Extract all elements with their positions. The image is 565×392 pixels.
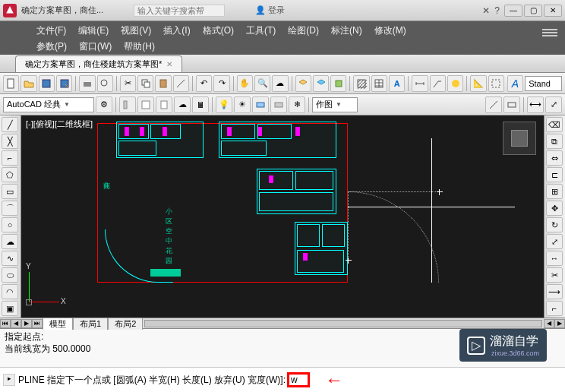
annotate-icon[interactable]: A [507, 75, 523, 92]
menu-draw[interactable]: 绘图(D) [282, 23, 325, 39]
line-icon[interactable] [485, 96, 502, 113]
login-button[interactable]: 👤 登录 [255, 5, 285, 16]
print-icon[interactable] [79, 75, 95, 92]
block-icon[interactable] [330, 75, 346, 92]
saveas-icon[interactable] [56, 75, 72, 92]
command-input[interactable]: w [287, 372, 310, 387]
fillet-tool-icon[interactable]: ⌐ [546, 301, 563, 316]
style-combo[interactable]: Stand [525, 76, 562, 91]
markup-icon[interactable]: ☁ [174, 96, 191, 113]
layer-icon[interactable] [295, 75, 311, 92]
document-tab[interactable]: 确定方案草图，商住楼建筑方案草图* ✕ [15, 55, 182, 72]
xline-tool-icon[interactable]: ╳ [2, 134, 18, 149]
properties-icon[interactable] [137, 96, 154, 113]
tab-first-icon[interactable]: ⏮ [0, 319, 11, 328]
dim-icon[interactable] [412, 75, 428, 92]
command-icon[interactable]: ▸ [3, 374, 15, 386]
drawing-canvas[interactable]: [-][俯视][二维线框] [21, 115, 544, 318]
calc-icon[interactable]: 🖩 [192, 96, 209, 113]
workspace-settings-icon[interactable]: ⚙ [96, 96, 112, 113]
table-icon[interactable] [371, 75, 387, 92]
open-icon[interactable] [21, 75, 36, 92]
text-icon[interactable]: A [389, 75, 405, 92]
polygon-tool-icon[interactable]: ⬠ [2, 167, 18, 182]
menu-format[interactable]: 格式(O) [197, 23, 240, 39]
help-search-input[interactable] [134, 5, 225, 17]
new-icon[interactable] [3, 75, 19, 92]
menu-window[interactable]: 窗口(W) [73, 39, 118, 55]
help-icon[interactable]: ? [494, 5, 500, 16]
insert-tool-icon[interactable]: ▣ [2, 301, 18, 316]
menu-expand-icon[interactable] [542, 27, 557, 40]
pan-icon[interactable]: ✋ [237, 75, 253, 92]
move-tool-icon[interactable]: ✥ [546, 201, 563, 216]
close-button[interactable]: ✕ [544, 5, 562, 17]
tab-prev-icon[interactable]: ◀ [11, 319, 21, 328]
array-tool-icon[interactable]: ⊞ [546, 184, 563, 199]
trim-tool-icon[interactable]: ✂ [546, 267, 563, 283]
minimize-button[interactable]: — [504, 5, 522, 17]
tab-model[interactable]: 模型 [43, 318, 73, 330]
light-icon[interactable]: 💡 [216, 96, 232, 113]
cloud-icon[interactable]: ☁ [272, 75, 288, 92]
extend-tool-icon[interactable]: ⟶ [546, 284, 563, 299]
select-icon[interactable] [488, 75, 504, 92]
menu-view[interactable]: 视图(V) [115, 23, 157, 39]
pline-tool-icon[interactable]: ⌐ [2, 150, 18, 166]
redo-icon[interactable]: ↷ [213, 75, 229, 92]
menu-tools[interactable]: 工具(T) [240, 23, 282, 39]
menu-edit[interactable]: 编辑(E) [72, 23, 115, 39]
maximize-button[interactable]: ▢ [524, 5, 542, 17]
menu-parametric[interactable]: 参数(P) [30, 39, 73, 55]
paste-icon[interactable] [155, 75, 171, 92]
rect-icon[interactable] [503, 96, 520, 113]
spline-tool-icon[interactable]: ∿ [2, 251, 18, 266]
cut-icon[interactable]: ✂ [120, 75, 136, 92]
menu-dimension[interactable]: 标注(N) [325, 23, 368, 39]
ellipse-arc-tool-icon[interactable]: ◠ [2, 284, 18, 299]
freeze-icon[interactable]: ❄ [289, 96, 305, 113]
menu-modify[interactable]: 修改(M) [368, 23, 412, 39]
app-icon[interactable] [3, 4, 17, 17]
layer-off-icon[interactable] [270, 96, 287, 113]
scroll-left-icon[interactable]: ◀ [544, 319, 554, 328]
view-cube[interactable] [503, 122, 536, 155]
dim-linear-icon[interactable]: ⟷ [527, 96, 544, 113]
render-icon[interactable] [447, 75, 463, 92]
tab-layout1[interactable]: 布局1 [73, 318, 108, 330]
hatch-icon[interactable] [353, 75, 369, 92]
rotate-tool-icon[interactable]: ↻ [546, 217, 563, 232]
menu-help[interactable]: 帮助(H) [118, 39, 161, 55]
zoom-icon[interactable]: 🔍 [254, 75, 270, 92]
circle-tool-icon[interactable]: ○ [2, 217, 18, 232]
dim-aligned-icon[interactable]: ⤢ [545, 96, 562, 113]
stretch-tool-icon[interactable]: ↔ [546, 251, 563, 266]
copy-icon[interactable] [137, 75, 153, 92]
workspace-combo[interactable]: AutoCAD 经典 ▼ [3, 97, 94, 112]
tab-close-icon[interactable]: ✕ [166, 60, 172, 68]
layer-state-icon[interactable] [252, 96, 269, 113]
horizontal-scrollbar[interactable] [144, 320, 542, 327]
sheet-icon[interactable] [156, 96, 172, 113]
preview-icon[interactable] [97, 75, 113, 92]
measure-icon[interactable]: 📐 [470, 75, 486, 92]
rectangle-tool-icon[interactable]: ▭ [2, 184, 18, 199]
viewport-label[interactable]: [-][俯视][二维线框] [26, 119, 93, 130]
arc-tool-icon[interactable]: ⌒ [2, 201, 18, 216]
tool-palette-icon[interactable] [119, 96, 136, 113]
ellipse-tool-icon[interactable]: ⬭ [2, 267, 18, 283]
copy-tool-icon[interactable]: ⧉ [546, 134, 563, 149]
sun-icon[interactable]: ☀ [234, 96, 251, 113]
erase-tool-icon[interactable]: ⌫ [546, 117, 563, 132]
offset-tool-icon[interactable]: ⊏ [546, 167, 563, 182]
share-icon[interactable]: ✕ [482, 5, 490, 16]
scale-tool-icon[interactable]: ⤢ [546, 234, 563, 249]
match-icon[interactable] [173, 75, 189, 92]
scroll-right-icon[interactable]: ▶ [554, 319, 565, 328]
save-icon[interactable] [39, 75, 55, 92]
revcloud-tool-icon[interactable]: ☁ [2, 234, 18, 249]
undo-icon[interactable]: ↶ [196, 75, 212, 92]
leader-icon[interactable] [430, 75, 446, 92]
menu-insert[interactable]: 插入(I) [157, 23, 196, 39]
tab-next-icon[interactable]: ▶ [21, 319, 32, 328]
